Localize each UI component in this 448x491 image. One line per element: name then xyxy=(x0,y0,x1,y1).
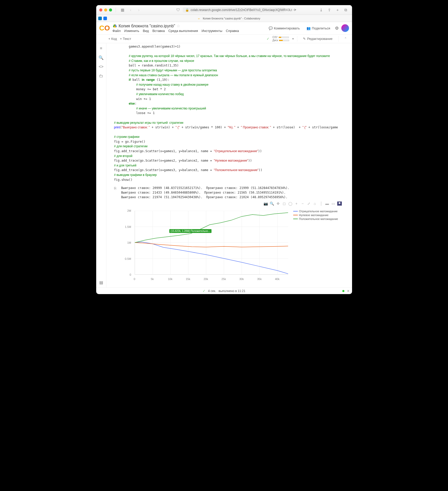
output-icon[interactable]: ⎘ xyxy=(114,186,119,199)
colab-header: CO Копия блокнота "casino.ipynb" ☆ ФайлИ… xyxy=(96,22,352,35)
edit-mode-button[interactable]: ✎Редактирование xyxy=(300,36,335,42)
menu-среда выполнения[interactable]: Среда выполнения xyxy=(168,29,198,33)
camera-icon[interactable]: 📷 xyxy=(264,202,268,206)
pinned-tab-1[interactable] xyxy=(98,17,102,20)
legend-item[interactable]: Нулевое матожидание xyxy=(293,214,338,217)
compare-icon[interactable]: ▭ xyxy=(331,202,336,206)
menu-файл[interactable]: Файл xyxy=(113,29,121,33)
search-icon[interactable]: 🔍 xyxy=(99,55,104,60)
menu-вид[interactable]: Вид xyxy=(143,29,149,33)
pan-icon[interactable]: ✥ xyxy=(276,202,280,206)
close-status-icon[interactable]: ✕ xyxy=(347,289,349,293)
status-bar: ✓ 4 сек. выполнено в 11:21 ✕ xyxy=(96,287,352,294)
menu-справка[interactable]: Справка xyxy=(226,29,239,33)
kernel-status-icon[interactable] xyxy=(342,290,344,292)
left-sidebar: ≡ 🔍 <> 🗀 ▤ xyxy=(96,43,106,287)
share-icon[interactable]: ⇪ xyxy=(326,7,333,13)
colab-toolbar: + Код + Текст ✓ ОЗУ Диск ▾ ✎Редактирован… xyxy=(96,35,352,43)
check-icon: ✓ xyxy=(267,37,269,41)
share-button[interactable]: 👥Поделиться xyxy=(304,25,332,31)
output-cell: ⎘ Выиграно ставок: 20999 (48.83715521652… xyxy=(114,186,352,199)
url-text: colab.research.google.com/drive/1Zz2nCtF… xyxy=(191,8,292,12)
minimize-window-button[interactable] xyxy=(104,8,107,12)
spike-icon[interactable]: ┊ xyxy=(319,202,323,206)
snippets-icon[interactable]: <> xyxy=(99,64,104,69)
url-bar[interactable]: 🔒 colab.research.google.com/drive/1Zz2nC… xyxy=(183,7,285,13)
terminal-icon[interactable]: ▤ xyxy=(99,280,104,285)
chart-legend[interactable]: Отрицательное матожиданиеНулевое матожид… xyxy=(293,208,338,282)
user-avatar[interactable] xyxy=(341,24,349,32)
comment-button[interactable]: 💬Комментировать xyxy=(267,25,302,31)
autoscale-icon[interactable]: ⤢ xyxy=(307,202,311,206)
status-done: выполнено в 11:21 xyxy=(218,289,245,293)
collapse-button[interactable]: ⌃ xyxy=(342,36,349,42)
new-tab-icon[interactable]: + xyxy=(335,7,341,13)
tabs-icon[interactable]: ⧉ xyxy=(343,7,349,13)
code-cell[interactable]: games3.append(len(games3)+1) # крутим ру… xyxy=(114,44,352,182)
back-button[interactable]: ‹ xyxy=(128,7,134,13)
svg-text:∞: ∞ xyxy=(198,17,200,20)
legend-item[interactable]: Отрицательное матожидание xyxy=(293,210,338,213)
maximize-window-button[interactable] xyxy=(109,8,112,12)
plotly-toolbar: 📷 🔍 ✥ ◻ ◯ + − ⤢ ⌂ ┊ ▬ ▭ ⬢ xyxy=(106,202,342,206)
zoom-icon[interactable]: 🔍 xyxy=(270,202,274,206)
status-time: 4 сек. xyxy=(208,289,216,293)
colab-logo-icon[interactable]: CO xyxy=(99,24,110,32)
shield-icon[interactable]: 🛡 xyxy=(175,7,181,13)
star-icon[interactable]: ☆ xyxy=(177,24,180,28)
zoomin-icon[interactable]: + xyxy=(294,202,299,206)
resource-indicator[interactable]: ОЗУ Диск xyxy=(272,36,289,42)
notebook-content: games3.append(len(games3)+1) # крутим ру… xyxy=(106,43,352,287)
files-icon[interactable]: 🗀 xyxy=(99,73,104,79)
sidebar-toggle-icon[interactable]: ▦ xyxy=(119,7,126,13)
browser-titlebar: ▦ ‹ › 🛡 🔒 colab.research.google.com/driv… xyxy=(96,5,352,15)
menu-вставка[interactable]: Вставка xyxy=(152,29,165,33)
toc-icon[interactable]: ≡ xyxy=(99,46,104,51)
output-text: Выиграно ставок: 20999 (48.8371552165217… xyxy=(121,186,289,199)
zoomout-icon[interactable]: − xyxy=(300,202,305,206)
hover-icon[interactable]: ▬ xyxy=(325,202,330,206)
chart[interactable]: 00.5M1M1.5M2M (15.622k, 1.28M) Положител… xyxy=(122,208,347,282)
menu-изменить[interactable]: Изменить xyxy=(124,29,139,33)
add-text-button[interactable]: + Текст xyxy=(120,37,131,41)
menu-инструменты[interactable]: Инструменты xyxy=(202,29,222,33)
document-title[interactable]: Копия блокнота "casino.ipynb" xyxy=(119,24,175,28)
reload-icon[interactable]: ⟳ xyxy=(294,8,296,12)
settings-icon[interactable]: ⚙ xyxy=(335,26,339,31)
people-icon: 👥 xyxy=(307,26,311,30)
comment-icon: 💬 xyxy=(269,26,273,30)
reset-icon[interactable]: ⌂ xyxy=(313,202,317,206)
close-window-button[interactable] xyxy=(99,8,102,12)
lasso-icon[interactable]: ◯ xyxy=(288,202,293,206)
active-tab[interactable]: ∞ Копия блокнота "casino.ipynb" - Colabo… xyxy=(108,17,350,20)
tab-bar: ∞ Копия блокнота "casino.ipynb" - Colabo… xyxy=(96,15,352,22)
drive-icon xyxy=(113,24,117,28)
legend-item[interactable]: Положительное матожидание xyxy=(293,217,338,220)
status-check-icon: ✓ xyxy=(203,289,205,293)
select-icon[interactable]: ◻ xyxy=(282,202,287,206)
lock-icon: 🔒 xyxy=(185,8,189,12)
forward-button[interactable]: › xyxy=(136,7,142,13)
pinned-tab-2[interactable] xyxy=(103,17,107,20)
plotly-logo-icon[interactable]: ⬢ xyxy=(337,202,342,206)
add-code-button[interactable]: + Код xyxy=(108,37,117,41)
download-icon[interactable]: ⤓ xyxy=(318,7,324,13)
pencil-icon: ✎ xyxy=(303,37,306,41)
